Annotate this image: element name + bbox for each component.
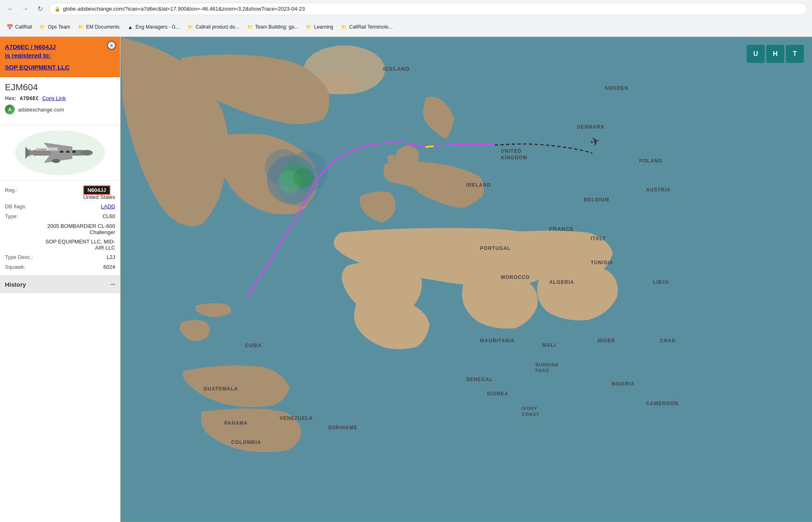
bookmark-learning[interactable]: 📁 Learning bbox=[302, 22, 337, 32]
svg-marker-4 bbox=[29, 149, 33, 157]
hex-value: A7D6EC bbox=[20, 95, 39, 101]
bookmark-em-documents-label: EM Documents bbox=[86, 24, 120, 30]
bookmark-callrail-product[interactable]: 📁 Callrail product do... bbox=[184, 22, 243, 32]
drive-icon: ▲ bbox=[127, 24, 134, 30]
owner-row: SOP EQUIPMENT LLC, MID- AIR LLC bbox=[0, 237, 120, 252]
type-value: CL60 bbox=[103, 213, 115, 219]
squawk-label: Squawk: bbox=[5, 264, 25, 270]
navigation-bar: ← → ↻ 🔒 globe.adsbexchange.com/?icao=a7d… bbox=[0, 0, 812, 18]
aircraft-reg-link[interactable]: A7D6EC / N604JJ is registered to: bbox=[5, 42, 115, 60]
type-desc-row: Type Desc.: L2J bbox=[0, 252, 120, 262]
map-buttons: U H T bbox=[747, 45, 804, 63]
bookmark-callrail-label: CallRail bbox=[15, 24, 32, 30]
reg-badge[interactable]: N604JJ bbox=[83, 185, 110, 195]
back-button[interactable]: ← bbox=[5, 3, 16, 15]
type-desc-value: L2J bbox=[107, 254, 115, 260]
svg-text:conador: conador bbox=[36, 148, 47, 151]
bookmark-ops-team[interactable]: 📁 Ops Team bbox=[36, 22, 73, 32]
aircraft-info: EJM604 Hex: A7D6EC Copy Link A adsbexcha… bbox=[0, 77, 120, 123]
aircraft-desc-row: 2005 BOMBARDIER CL-600 Challenger bbox=[0, 221, 120, 237]
type-row: Type: CL60 bbox=[0, 212, 120, 221]
ladd-link[interactable]: LADD bbox=[101, 203, 115, 210]
copy-link-button[interactable]: Copy Link bbox=[42, 95, 66, 101]
folder-icon: 📁 bbox=[306, 24, 312, 30]
alert-box: A7D6EC / N604JJ is registered to: SOP EQ… bbox=[0, 37, 120, 77]
owner-value: SOP EQUIPMENT LLC, MID- AIR LLC bbox=[45, 239, 115, 251]
url-text: globe.adsbexchange.com/?icao=a7d6ec&lat=… bbox=[63, 6, 305, 12]
company-link[interactable]: SOP EQUIPMENT LLC bbox=[5, 63, 115, 71]
bookmark-team-building-label: Team Building: ga... bbox=[255, 24, 298, 30]
folder-icon: 📁 bbox=[247, 24, 253, 30]
forward-button[interactable]: → bbox=[20, 3, 31, 15]
history-title: History bbox=[5, 281, 26, 288]
svg-rect-7 bbox=[72, 151, 76, 153]
bookmark-eng-managers-label: Eng Managers - G... bbox=[136, 24, 180, 30]
map-btn-t[interactable]: T bbox=[786, 45, 804, 63]
source-logo: A bbox=[5, 105, 15, 114]
folder-icon: 📁 bbox=[341, 24, 347, 30]
svg-rect-5 bbox=[60, 151, 63, 153]
separator bbox=[0, 125, 120, 125]
squawk-row: Squawk: 6024 bbox=[0, 262, 120, 272]
hex-label: Hex: bbox=[5, 95, 16, 101]
db-flags-row: DB flags: LADD bbox=[0, 202, 120, 212]
callrail-icon: 📅 bbox=[7, 24, 13, 30]
type-desc-label: Type Desc.: bbox=[5, 254, 33, 260]
db-flags-label: DB flags: bbox=[5, 203, 27, 210]
aircraft-image-area: conador bbox=[0, 127, 120, 178]
history-toggle: − bbox=[110, 280, 115, 289]
hex-row: Hex: A7D6EC Copy Link bbox=[5, 95, 115, 101]
folder-icon: 📁 bbox=[39, 24, 46, 30]
aircraft-image-svg: conador bbox=[23, 138, 97, 167]
country-value: United States bbox=[83, 194, 115, 200]
aircraft-image-circle: conador bbox=[15, 130, 105, 175]
bookmark-team-building[interactable]: 📁 Team Building: ga... bbox=[243, 22, 301, 32]
separator-2 bbox=[0, 180, 120, 181]
bookmark-callrail[interactable]: 📅 CallRail bbox=[3, 22, 35, 32]
bookmark-callrail-terminolo[interactable]: 📁 CallRail Terminolo... bbox=[337, 22, 396, 32]
sidebar-panel: A7D6EC / N604JJ is registered to: SOP EQ… bbox=[0, 37, 120, 522]
type-label: Type: bbox=[5, 213, 18, 219]
folder-icon: 📁 bbox=[187, 24, 194, 30]
folder-icon: 📁 bbox=[78, 24, 84, 30]
reg-label: Reg.: bbox=[5, 187, 18, 193]
svg-rect-6 bbox=[66, 151, 69, 153]
aircraft-callsign: EJM604 bbox=[5, 82, 115, 93]
source-row: A adsbexchange.com bbox=[5, 105, 115, 114]
svg-point-8 bbox=[52, 159, 60, 163]
main-content: A7D6EC / N604JJ is registered to: SOP EQ… bbox=[0, 37, 812, 522]
svg-point-20 bbox=[293, 167, 314, 188]
map-btn-h[interactable]: H bbox=[766, 45, 784, 63]
bookmarks-bar: 📅 CallRail 📁 Ops Team 📁 EM Documents ▲ E… bbox=[0, 18, 812, 36]
bookmark-callrail-terminolo-label: CallRail Terminolo... bbox=[349, 24, 393, 30]
data-table: Reg.: N604JJ United States DB flags: LAD… bbox=[0, 182, 120, 275]
squawk-value: 6024 bbox=[103, 264, 115, 270]
aircraft-desc-value: 2005 BOMBARDIER CL-600 Challenger bbox=[47, 223, 115, 235]
history-header[interactable]: History − bbox=[0, 275, 120, 293]
svg-point-1 bbox=[80, 150, 93, 156]
map-area[interactable]: ✈ U H T ICELAND UNITEDKINGDOM IRELAND DE… bbox=[120, 37, 812, 522]
bookmark-callrail-product-label: Callrail product do... bbox=[196, 24, 239, 30]
map-svg bbox=[120, 37, 812, 522]
address-bar[interactable]: 🔒 globe.adsbexchange.com/?icao=a7d6ec&la… bbox=[49, 3, 807, 15]
alert-close-button[interactable]: × bbox=[107, 41, 116, 50]
bookmark-ops-team-label: Ops Team bbox=[48, 24, 70, 30]
refresh-button[interactable]: ↻ bbox=[34, 3, 46, 15]
source-name: adsbexchange.com bbox=[18, 107, 64, 113]
map-btn-u[interactable]: U bbox=[747, 45, 765, 63]
browser-chrome: ← → ↻ 🔒 globe.adsbexchange.com/?icao=a7d… bbox=[0, 0, 812, 37]
reg-row: Reg.: N604JJ United States bbox=[0, 185, 120, 202]
bookmark-eng-managers[interactable]: ▲ Eng Managers - G... bbox=[124, 22, 183, 32]
bookmark-em-documents[interactable]: 📁 EM Documents bbox=[74, 22, 123, 32]
bookmark-learning-label: Learning bbox=[314, 24, 333, 30]
lock-icon: 🔒 bbox=[54, 6, 60, 12]
